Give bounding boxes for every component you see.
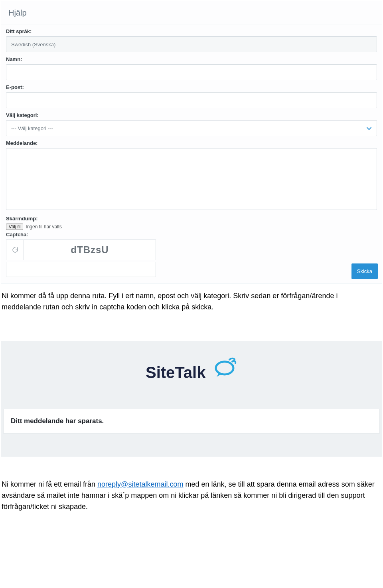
instruction-paragraph-1: Ni kommer då få upp denna ruta. Fyll i e…: [2, 291, 379, 313]
sitetalk-logo: SiteTalk: [1, 356, 382, 386]
file-status-text: Ingen fil har valts: [26, 224, 62, 230]
email-field-block: E-post:: [1, 80, 382, 108]
instruction2-text-before: Ni kommer ni få ett email från: [2, 480, 97, 488]
language-field-block: Ditt språk:: [1, 24, 382, 52]
captcha-label: Captcha:: [6, 232, 377, 238]
captcha-image: dTBzsU: [24, 240, 156, 260]
category-select-wrapper: [6, 120, 377, 136]
name-label: Namn:: [6, 56, 377, 62]
help-form-card: Hjälp Ditt språk: Namn: E-post: Välj kat…: [1, 1, 382, 283]
captcha-refresh-button[interactable]: [6, 240, 24, 260]
captcha-row: dTBzsU: [6, 240, 377, 260]
name-field-block: Namn:: [1, 52, 382, 80]
form-title: Hjälp: [8, 8, 375, 18]
instruction-paragraph-2: Ni kommer ni få ett email från noreply@s…: [2, 479, 379, 513]
form-header: Hjälp: [1, 1, 382, 24]
category-field-block: Välj kategori:: [1, 108, 382, 136]
choose-file-button[interactable]: Välj fil: [6, 224, 23, 230]
captcha-input[interactable]: [6, 262, 156, 277]
message-field-block: Meddelande:: [1, 136, 382, 212]
email-label: E-post:: [6, 84, 377, 90]
svg-point-0: [216, 362, 233, 374]
confirmation-section: SiteTalk Ditt meddelande har sparats.: [1, 341, 382, 457]
file-row: Välj fil Ingen fil har valts: [6, 224, 377, 230]
category-label: Välj kategori:: [6, 112, 377, 118]
screenshot-label: Skärmdump:: [6, 216, 377, 222]
email-input[interactable]: [6, 92, 377, 108]
saved-message-bar: Ditt meddelande har sparats.: [3, 409, 380, 434]
message-label: Meddelande:: [6, 140, 377, 146]
submit-button[interactable]: Skicka: [351, 263, 378, 279]
svg-text:SiteTalk: SiteTalk: [146, 364, 206, 381]
language-input[interactable]: [6, 36, 377, 52]
message-textarea[interactable]: [6, 148, 377, 210]
noreply-email-link[interactable]: noreply@sitetalkemail.com: [97, 480, 183, 488]
language-label: Ditt språk:: [6, 28, 377, 34]
sitetalk-logo-svg: SiteTalk: [146, 356, 237, 384]
refresh-icon: [12, 246, 19, 253]
category-select[interactable]: [6, 120, 377, 136]
name-input[interactable]: [6, 64, 377, 80]
